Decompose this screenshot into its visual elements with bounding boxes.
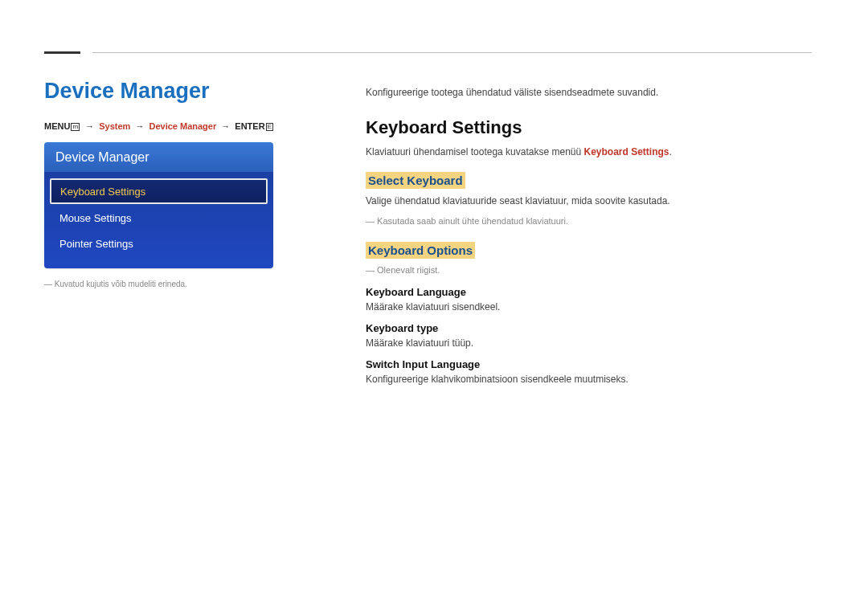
arrow-icon: → — [221, 121, 230, 131]
keyboard-connect-text: Klaviatuuri ühendamisel tootega kuvataks… — [366, 146, 812, 157]
section-rule-thick — [44, 51, 80, 54]
menu-icon: m — [71, 123, 80, 131]
arrow-icon: → — [135, 121, 144, 131]
heading-switch-input-language: Switch Input Language — [366, 358, 812, 370]
heading-keyboard-settings: Keyboard Settings — [366, 117, 812, 138]
menu-item-keyboard-settings[interactable]: Keyboard Settings — [50, 178, 268, 204]
menu-item-pointer-settings[interactable]: Pointer Settings — [50, 231, 268, 255]
intro-text: Konfigureerige tootega ühendatud väliste… — [366, 87, 812, 98]
image-caption-note: Kuvatud kujutis võib mudeliti erineda. — [44, 280, 285, 288]
device-manager-menu: Device Manager Keyboard Settings Mouse S… — [44, 142, 273, 268]
breadcrumb-device-manager: Device Manager — [149, 121, 216, 131]
keyboard-connect-post: . — [669, 146, 672, 157]
select-keyboard-note: Kasutada saab ainult ühte ühendatud klav… — [366, 216, 812, 226]
keyboard-connect-pre: Klaviatuuri ühendamisel tootega kuvataks… — [366, 146, 584, 157]
breadcrumb: MENUm → System → Device Manager → ENTERE — [44, 121, 285, 131]
keyboard-type-desc: Määrake klaviatuuri tüüp. — [366, 337, 812, 349]
breadcrumb-menu: MENU — [44, 121, 70, 131]
select-keyboard-desc: Valige ühendatud klaviatuuride seast kla… — [366, 195, 812, 206]
subheading-keyboard-options: Keyboard Options — [366, 242, 475, 259]
switch-input-language-desc: Konfigureerige klahvikombinatsioon sisen… — [366, 374, 812, 385]
breadcrumb-enter: ENTER — [235, 121, 264, 131]
menu-header: Device Manager — [44, 142, 273, 172]
menu-item-mouse-settings[interactable]: Mouse Settings — [50, 206, 268, 230]
breadcrumb-system: System — [99, 121, 130, 131]
subheading-select-keyboard: Select Keyboard — [366, 172, 465, 189]
enter-icon: E — [266, 123, 273, 131]
section-rule-thin — [92, 52, 812, 53]
keyboard-connect-highlight: Keyboard Settings — [584, 146, 669, 157]
keyboard-language-desc: Määrake klaviatuuri sisendkeel. — [366, 301, 812, 313]
heading-keyboard-language: Keyboard Language — [366, 286, 812, 298]
arrow-icon: → — [85, 121, 94, 131]
keyboard-options-note: Olenevalt riigist. — [366, 265, 812, 275]
heading-keyboard-type: Keyboard type — [366, 322, 812, 334]
page-title: Device Manager — [44, 79, 285, 104]
